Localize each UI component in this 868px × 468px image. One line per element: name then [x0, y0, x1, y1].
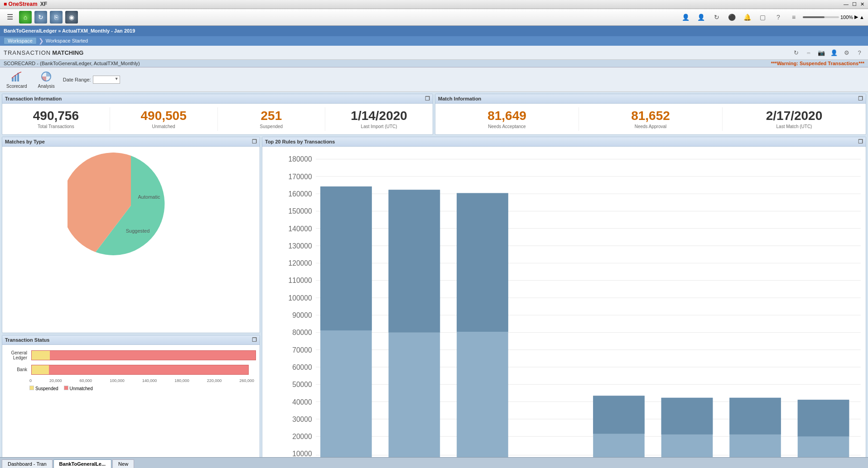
online-icon[interactable]: ⚫	[726, 11, 738, 24]
svg-text:Suggested: Suggested	[126, 228, 150, 234]
share-tool-icon[interactable]: 📷	[816, 48, 826, 57]
more-icon[interactable]: ≡	[787, 11, 800, 24]
user-icon[interactable]: 👤	[680, 11, 692, 24]
close-button[interactable]: ✕	[860, 1, 864, 7]
app-logo: ■ OneStream	[4, 1, 38, 7]
svg-text:180000: 180000	[289, 155, 312, 163]
match-info-expand[interactable]: ❐	[858, 96, 863, 102]
zoom-level: 100%	[840, 14, 853, 20]
svg-text:160000: 160000	[289, 190, 312, 198]
matches-by-type-expand[interactable]: ❐	[252, 138, 257, 145]
txn-tools: ↻ ⎓ 📷 👤 ⚙ ?	[791, 48, 864, 57]
x-axis: 0 20,000 60,000 100,000 140,000 180,000 …	[29, 378, 256, 383]
txn-header: TRANSACTION MATCHING ↻ ⎓ 📷 👤 ⚙ ?	[0, 46, 868, 60]
refresh-icon[interactable]: ↻	[34, 11, 47, 24]
match-info-title: Match Information	[438, 96, 481, 101]
stat-unmatched-value: 490,505	[114, 109, 214, 123]
top20-rules-title: Top 20 Rules by Transactions	[265, 139, 335, 144]
scorecard-btn[interactable]: Scorecard	[4, 69, 30, 90]
bank-bar	[31, 365, 249, 375]
fit-icon[interactable]: ▶	[854, 14, 858, 20]
svg-text:120000: 120000	[289, 259, 312, 267]
notifications-icon[interactable]: 🔔	[741, 11, 754, 24]
breadcrumb-sep: ❯	[39, 37, 44, 44]
bar-7-dark	[729, 398, 781, 435]
window-icon[interactable]: ▢	[757, 11, 769, 24]
app-suffix: XF	[40, 1, 47, 7]
minimize-button[interactable]: ―	[844, 1, 849, 7]
gl-label: General Ledger	[4, 350, 27, 360]
user2-icon[interactable]: 👤	[695, 11, 708, 24]
date-range-select-wrapper[interactable]	[93, 76, 120, 84]
left-column: Matches by Type ❐ Automatic Suggested	[2, 137, 260, 466]
question-tool-icon[interactable]: ?	[854, 48, 864, 57]
transaction-info-header: Transaction Information ❐	[2, 94, 433, 104]
svg-text:150000: 150000	[289, 207, 312, 215]
x-180k: 180,000	[174, 378, 189, 383]
nav-path: BankToGeneralLedger » ActualTXM_Monthly …	[4, 28, 135, 33]
title-bar-left: ■ OneStream XF	[4, 1, 47, 7]
stat-unmatched-label: Unmatched	[114, 124, 214, 129]
bar-2-dark	[389, 190, 440, 332]
analysis-icon	[40, 70, 53, 83]
stat-suspended-value: 251	[222, 109, 322, 123]
maximize-button[interactable]: ☐	[852, 1, 857, 7]
top20-chart-container: 180000 170000 160000 150000 140000 13000…	[262, 147, 866, 463]
svg-text:30000: 30000	[292, 415, 312, 423]
title-bar: ■ OneStream XF ― ☐ ✕	[0, 0, 868, 9]
stat-suspended: 251 Suspended	[218, 107, 326, 131]
copy-tool-icon[interactable]: ⎓	[804, 48, 814, 57]
warning-text: ***Warning: Suspended Transactions***	[771, 61, 864, 66]
scorecard-bar: SCORECARD - (BankToGeneralLedger, Actual…	[0, 60, 868, 67]
nav-bar: BankToGeneralLedger » ActualTXM_Monthly …	[0, 26, 868, 36]
sync-icon[interactable]: ↻	[710, 11, 723, 24]
zoom-in-icon[interactable]: ▲	[859, 14, 864, 20]
transaction-info-expand[interactable]: ❐	[425, 96, 430, 102]
match-info-stats: 81,649 Needs Acceptance 81,652 Needs App…	[435, 104, 866, 134]
transaction-status-header: Transaction Status ❐	[2, 335, 260, 345]
analysis-btn[interactable]: Analysis	[35, 69, 58, 90]
status-chart-area: General Ledger Bank	[2, 345, 260, 391]
title-bar-right[interactable]: ― ☐ ✕	[844, 1, 864, 7]
scorecard-label: SCORECARD - (BankToGeneralLedger, Actual…	[4, 61, 140, 66]
gl-bar	[31, 350, 256, 360]
tab-dashboard[interactable]: Dashboard - Tran	[2, 459, 53, 468]
top20-rules-expand[interactable]: ❐	[858, 138, 863, 145]
svg-text:70000: 70000	[292, 346, 312, 353]
user-tool-icon[interactable]: 👤	[829, 48, 839, 57]
txn-title-normal: TRANSACTION	[4, 49, 51, 56]
date-range-select[interactable]	[93, 76, 120, 84]
transaction-info-title: Transaction Information	[5, 96, 62, 101]
scorecard-icon	[10, 70, 23, 83]
stat-needs-acceptance-label: Needs Acceptance	[439, 124, 575, 129]
stat-needs-acceptance: 81,649 Needs Acceptance	[435, 107, 579, 131]
settings-icon[interactable]: ◉	[65, 11, 78, 24]
home-icon[interactable]: ⌂	[19, 11, 32, 24]
stat-needs-acceptance-value: 81,649	[439, 109, 575, 123]
workspace-started: Workspace Started	[46, 38, 88, 43]
toolbar-row: Scorecard Analysis Date Range:	[0, 67, 868, 92]
hamburger-icon[interactable]: ☰	[4, 11, 16, 24]
copy-icon[interactable]: ⎘	[50, 11, 63, 24]
gear-tool-icon[interactable]: ⚙	[842, 48, 852, 57]
transaction-status-expand[interactable]: ❐	[252, 337, 257, 343]
workspace-button[interactable]: Workspace	[4, 37, 37, 44]
tabs-bar: Dashboard - Tran BankToGeneralLe... New	[0, 457, 868, 468]
transaction-status-title: Transaction Status	[5, 337, 49, 343]
stat-suspended-label: Suspended	[222, 124, 322, 129]
svg-text:Automatic: Automatic	[138, 194, 160, 200]
zoom-control: 100% ▶ ▲	[803, 14, 864, 20]
stat-total-value: 490,756	[6, 109, 106, 123]
menu-bar: ☰ ⌂ ↻ ⎘ ◉ 👤 👤 ↻ ⚫ 🔔 ▢ ? ≡ 100% ▶ ▲	[0, 9, 868, 26]
bar-6-dark	[661, 398, 713, 435]
txn-title: TRANSACTION MATCHING	[4, 49, 83, 56]
scorecard-label-btn: Scorecard	[6, 84, 27, 89]
zoom-bar[interactable]	[803, 16, 839, 18]
tab-bank-to-general[interactable]: BankToGeneralLe...	[53, 459, 112, 468]
help-tool-icon[interactable]: ↻	[791, 48, 801, 57]
bar-5-dark	[593, 396, 645, 434]
tab-new[interactable]: New	[112, 459, 134, 468]
txn-title-bold: MATCHING	[52, 49, 83, 56]
help-icon[interactable]: ?	[772, 11, 785, 24]
date-range-control: Date Range:	[63, 76, 120, 84]
